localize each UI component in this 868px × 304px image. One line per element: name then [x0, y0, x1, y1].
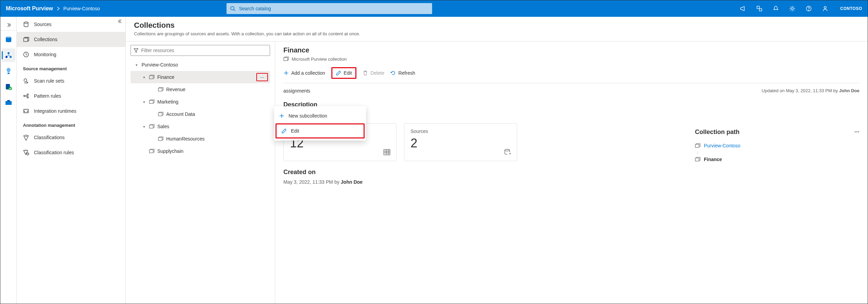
database-icon	[504, 148, 511, 156]
svg-point-6	[809, 10, 809, 11]
tree-node-marketing[interactable]: ▾ Marketing	[131, 96, 270, 108]
ctx-edit[interactable]: Edit	[276, 123, 365, 138]
person-icon[interactable]	[822, 5, 829, 12]
nav-rail	[0, 17, 17, 304]
caret-down-icon[interactable]: ▾	[142, 100, 146, 104]
sidebar-item-collections[interactable]: Collections	[17, 32, 125, 47]
rail-management-icon[interactable]	[2, 96, 15, 109]
collection-icon	[149, 99, 155, 105]
sidebar-item-classifications[interactable]: Classifications	[17, 130, 125, 145]
tree-node-supplychain[interactable]: Supplychain	[131, 145, 270, 157]
runtime-icon	[23, 108, 29, 114]
sidebar-item-label: Classification rules	[34, 150, 74, 155]
svg-rect-32	[149, 150, 153, 153]
created-text: May 3, 2022, 11:33 PM by John Doe	[283, 179, 859, 185]
sidebar-item-integration-runtimes[interactable]: Integration runtimes	[17, 104, 125, 119]
more-button[interactable]: ···	[256, 73, 268, 81]
svg-rect-28	[149, 100, 153, 104]
sources-card[interactable]: Sources 2	[404, 123, 517, 161]
caret-down-icon[interactable]: ▾	[142, 75, 146, 79]
cmd-label: Delete	[370, 70, 384, 76]
svg-rect-30	[149, 125, 153, 128]
feedback-icon[interactable]	[756, 5, 763, 12]
add-collection-button[interactable]: Add a collection	[283, 70, 325, 76]
detail-subtitle: Microsoft Purview collection	[292, 57, 346, 62]
sidebar: Sources Collections Monitoring Source ma…	[17, 17, 126, 304]
bell-icon[interactable]	[772, 5, 779, 12]
search-input[interactable]	[238, 5, 429, 12]
svg-rect-37	[695, 158, 699, 161]
tree-node-finance[interactable]: ▾ Finance ···	[131, 71, 270, 83]
svg-point-0	[231, 7, 234, 10]
filter-icon	[134, 48, 138, 53]
sidebar-item-sources[interactable]: Sources	[17, 17, 125, 32]
tenant-label[interactable]: CONTOSO	[840, 6, 862, 11]
ctx-new-subcollection[interactable]: New subcollection	[274, 108, 366, 123]
collection-icon	[158, 136, 163, 142]
cmd-label: Add a collection	[291, 70, 325, 76]
updated-meta: Updated on May 3, 2022, 11:33 PM by John…	[762, 88, 859, 94]
more-icon[interactable]: ···	[854, 129, 859, 136]
svg-rect-26	[149, 76, 153, 79]
table-icon	[383, 148, 391, 156]
filter-box[interactable]	[131, 45, 270, 56]
caret-down-icon[interactable]: ▾	[134, 63, 139, 67]
gear-icon[interactable]	[789, 5, 796, 12]
svg-point-21	[24, 95, 25, 97]
svg-rect-34	[384, 149, 390, 155]
monitoring-icon	[23, 51, 29, 58]
brand[interactable]: Microsoft Purview	[6, 5, 53, 12]
tree-label: Marketing	[157, 99, 178, 105]
collection-icon	[158, 87, 163, 92]
cmd-label: Edit	[344, 70, 352, 76]
path-link[interactable]: Purview-Contoso	[704, 143, 741, 148]
pencil-icon	[281, 128, 287, 134]
tree-node-revenue[interactable]: Revenue	[131, 83, 270, 96]
search-box[interactable]	[227, 3, 432, 14]
caret-down-icon[interactable]: ▾	[142, 125, 146, 129]
collection-icon	[283, 56, 289, 62]
delete-button: Delete	[363, 70, 384, 76]
tree-label: Revenue	[166, 87, 185, 92]
rail-insights-icon[interactable]	[2, 64, 15, 78]
card-label: Sources	[411, 129, 511, 134]
sidebar-item-label: Classifications	[34, 135, 64, 140]
plus-icon	[283, 70, 289, 76]
edit-button[interactable]: Edit	[331, 67, 356, 79]
tree-node-humanresources[interactable]: HumanResources	[131, 133, 270, 145]
rail-map-icon[interactable]	[2, 48, 15, 62]
tree-root[interactable]: ▾ Purview-Contoso	[131, 59, 270, 71]
filter-input[interactable]	[140, 47, 267, 53]
tree-label: Sales	[157, 124, 169, 129]
megaphone-icon[interactable]	[739, 5, 746, 12]
svg-rect-36	[695, 144, 699, 147]
refresh-button[interactable]: Refresh	[390, 70, 415, 76]
pattern-icon	[23, 93, 29, 99]
path-item-root[interactable]: Purview-Contoso	[695, 140, 859, 151]
collections-icon	[23, 36, 29, 42]
tree-node-account-data[interactable]: Account Data	[131, 108, 270, 120]
tree-label: Account Data	[166, 111, 195, 117]
sidebar-item-monitoring[interactable]: Monitoring	[17, 47, 125, 62]
svg-rect-18	[24, 38, 28, 41]
rail-policy-icon[interactable]	[2, 80, 15, 94]
collection-icon	[149, 74, 155, 80]
tree-label: Finance	[157, 74, 174, 80]
svg-point-17	[24, 22, 28, 23]
rail-data-icon[interactable]	[2, 33, 15, 46]
sidebar-item-classification-rules[interactable]: Classification rules	[17, 145, 125, 160]
breadcrumb[interactable]: Purview-Contoso	[63, 6, 100, 11]
collapse-icon[interactable]	[118, 19, 123, 24]
rail-expand-icon[interactable]	[0, 20, 17, 31]
top-bar: Microsoft Purview Purview-Contoso CONTOS…	[0, 0, 868, 17]
tree-label: Supplychain	[157, 148, 183, 154]
command-bar: Add a collection Edit Delete Refresh	[283, 63, 859, 83]
tree-node-sales[interactable]: ▾ Sales	[131, 120, 270, 133]
description-heading: Description	[283, 101, 859, 108]
sidebar-item-scan-rule-sets[interactable]: Scan rule sets	[17, 73, 125, 88]
sidebar-item-pattern-rules[interactable]: Pattern rules	[17, 88, 125, 104]
svg-rect-2	[757, 6, 759, 9]
svg-rect-33	[284, 58, 288, 61]
help-icon[interactable]	[805, 5, 812, 12]
tab-assignments[interactable]: assignments	[283, 88, 310, 94]
